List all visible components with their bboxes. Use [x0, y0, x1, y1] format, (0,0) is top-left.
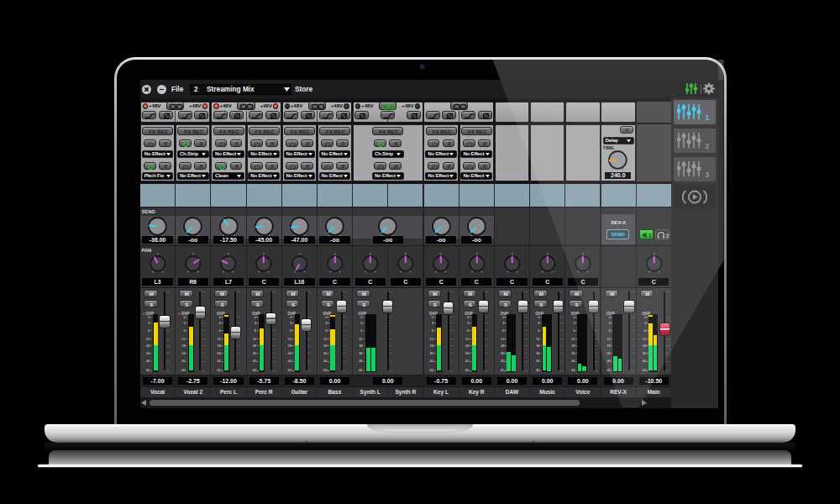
- svg-text:1: 1: [648, 233, 652, 239]
- svg-text:2: 2: [665, 233, 669, 239]
